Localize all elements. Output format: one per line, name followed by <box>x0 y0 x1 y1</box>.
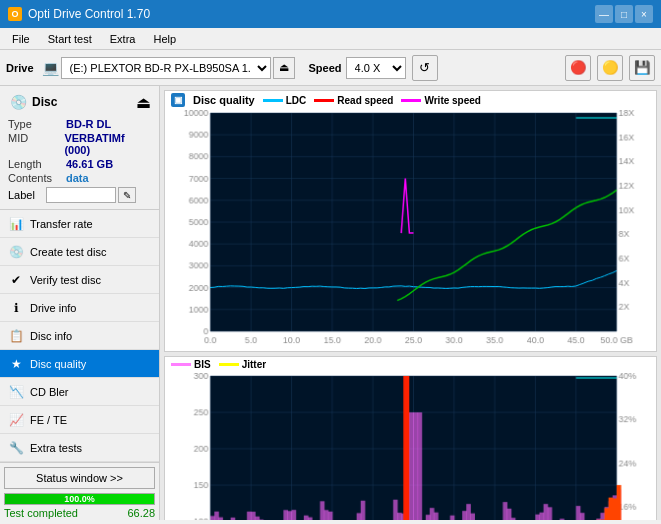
sidebar: 💿 Disc ⏏ Type BD-R DL MID VERBATIMf (000… <box>0 86 160 520</box>
top-chart-title: ▣ Disc quality LDC Read speed Write spee… <box>165 91 656 109</box>
contents-label: Contents <box>8 172 66 184</box>
contents-value: data <box>66 172 89 184</box>
disc-title: Disc <box>32 95 57 109</box>
cd-bler-icon: 📉 <box>8 384 24 400</box>
legend-ldc-color <box>263 99 283 102</box>
menu-bar: File Start test Extra Help <box>0 28 661 50</box>
disc-panel: 💿 Disc ⏏ Type BD-R DL MID VERBATIMf (000… <box>0 86 159 210</box>
app-icon: O <box>8 7 22 21</box>
legend-write-color <box>401 99 421 102</box>
status-window-button[interactable]: Status window >> <box>4 467 155 489</box>
menu-extra[interactable]: Extra <box>102 31 144 47</box>
legend-ldc: LDC <box>263 95 307 106</box>
label-edit-button[interactable]: ✎ <box>118 187 136 203</box>
disc-quality-icon: ★ <box>8 356 24 372</box>
progress-label: 100.0% <box>64 494 95 504</box>
legend-bis-color <box>171 363 191 366</box>
verify-test-disc-label: Verify test disc <box>30 274 101 286</box>
content-area: ▣ Disc quality LDC Read speed Write spee… <box>160 86 661 520</box>
transfer-rate-label: Transfer rate <box>30 218 93 230</box>
length-value: 46.61 GB <box>66 158 113 170</box>
menu-help[interactable]: Help <box>145 31 184 47</box>
sidebar-item-cd-bler[interactable]: 📉 CD Bler <box>0 378 159 406</box>
status-value: 66.28 <box>127 507 155 519</box>
bottom-chart-canvas <box>169 372 652 520</box>
type-value: BD-R DL <box>66 118 111 130</box>
progress-bar-inner: 100.0% <box>5 494 154 504</box>
disc-quality-title: Disc quality <box>193 94 255 106</box>
bottom-chart-title: BIS Jitter <box>165 357 656 372</box>
status-text: Test completed <box>4 507 78 519</box>
status-area: Status window >> 100.0% Test completed 6… <box>0 462 159 523</box>
title-bar: O Opti Drive Control 1.70 — □ × <box>0 0 661 28</box>
minimize-button[interactable]: — <box>595 5 613 23</box>
speed-label: Speed <box>309 62 342 74</box>
toolbar-icon1[interactable]: 🔴 <box>565 55 591 81</box>
sidebar-item-create-test-disc[interactable]: 💿 Create test disc <box>0 238 159 266</box>
window-controls: — □ × <box>595 5 653 23</box>
menu-start-test[interactable]: Start test <box>40 31 100 47</box>
mid-value: VERBATIMf (000) <box>64 132 151 156</box>
sidebar-item-drive-info[interactable]: ℹ Drive info <box>0 294 159 322</box>
sidebar-item-disc-info[interactable]: 📋 Disc info <box>0 322 159 350</box>
toolbar: Drive 💻 (E:) PLEXTOR BD-R PX-LB950SA 1.0… <box>0 50 661 86</box>
toolbar-icon2[interactable]: 🟡 <box>597 55 623 81</box>
disc-eject-icon[interactable]: ⏏ <box>136 93 151 112</box>
mid-label: MID <box>8 132 64 156</box>
legend-write: Write speed <box>401 95 481 106</box>
save-button[interactable]: 💾 <box>629 55 655 81</box>
sidebar-item-disc-quality[interactable]: ★ Disc quality <box>0 350 159 378</box>
legend-read: Read speed <box>314 95 393 106</box>
nav-items: 📊 Transfer rate 💿 Create test disc ✔ Ver… <box>0 210 159 462</box>
disc-icon: 💿 <box>8 92 28 112</box>
refresh-button[interactable]: ↺ <box>412 55 438 81</box>
menu-file[interactable]: File <box>4 31 38 47</box>
create-test-disc-icon: 💿 <box>8 244 24 260</box>
disc-quality-label: Disc quality <box>30 358 86 370</box>
close-button[interactable]: × <box>635 5 653 23</box>
sidebar-item-extra-tests[interactable]: 🔧 Extra tests <box>0 434 159 462</box>
legend-read-color <box>314 99 334 102</box>
legend-jitter-color <box>219 363 239 366</box>
eject-button[interactable]: ⏏ <box>273 57 295 79</box>
sidebar-item-transfer-rate[interactable]: 📊 Transfer rate <box>0 210 159 238</box>
sidebar-item-fe-te[interactable]: 📈 FE / TE <box>0 406 159 434</box>
length-label: Length <box>8 158 66 170</box>
legend-bis: BIS <box>171 359 211 370</box>
progress-bar: 100.0% <box>4 493 155 505</box>
sidebar-item-verify-test-disc[interactable]: ✔ Verify test disc <box>0 266 159 294</box>
transfer-rate-icon: 📊 <box>8 216 24 232</box>
fe-te-label: FE / TE <box>30 414 67 426</box>
disc-info-icon: 📋 <box>8 328 24 344</box>
bottom-chart-panel: BIS Jitter <box>164 356 657 520</box>
maximize-button[interactable]: □ <box>615 5 633 23</box>
type-label: Type <box>8 118 66 130</box>
drive-info-icon: ℹ <box>8 300 24 316</box>
verify-test-disc-icon: ✔ <box>8 272 24 288</box>
disc-info-label: Disc info <box>30 330 72 342</box>
main-area: 💿 Disc ⏏ Type BD-R DL MID VERBATIMf (000… <box>0 86 661 520</box>
title-bar-text: Opti Drive Control 1.70 <box>28 7 150 21</box>
drive-info-label: Drive info <box>30 302 76 314</box>
extra-tests-label: Extra tests <box>30 442 82 454</box>
label-key: Label <box>8 189 46 201</box>
drive-dropdown[interactable]: (E:) PLEXTOR BD-R PX-LB950SA 1.06 <box>61 57 271 79</box>
speed-dropdown[interactable]: 4.0 X <box>346 57 406 79</box>
fe-te-icon: 📈 <box>8 412 24 428</box>
chart-icon-top: ▣ <box>171 93 185 107</box>
cd-bler-label: CD Bler <box>30 386 69 398</box>
label-input[interactable] <box>46 187 116 203</box>
drive-select: 💻 (E:) PLEXTOR BD-R PX-LB950SA 1.06 ⏏ <box>42 57 295 79</box>
create-test-disc-label: Create test disc <box>30 246 106 258</box>
extra-tests-icon: 🔧 <box>8 440 24 456</box>
top-chart-canvas <box>169 109 652 349</box>
legend-jitter: Jitter <box>219 359 266 370</box>
top-chart-panel: ▣ Disc quality LDC Read speed Write spee… <box>164 90 657 352</box>
drive-label: Drive <box>6 62 34 74</box>
